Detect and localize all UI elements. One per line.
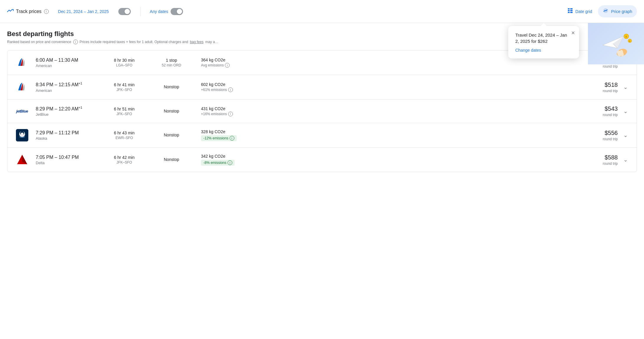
emissions-info-icon[interactable]: i bbox=[230, 136, 234, 141]
emissions-info-icon[interactable]: i bbox=[228, 87, 233, 92]
duration-col: 6 hr 42 min JFK–SFO bbox=[101, 155, 148, 164]
flight-times: 7:05 PM – 10:47 PM Delta bbox=[36, 155, 101, 165]
date-grid-button[interactable]: Date grid bbox=[563, 5, 597, 17]
svg-text:$: $ bbox=[625, 35, 627, 38]
emissions-info-icon[interactable]: i bbox=[228, 112, 233, 116]
price-label: round trip bbox=[579, 89, 618, 93]
flight-times: 7:29 PM – 11:12 PM Alaska bbox=[36, 130, 101, 141]
flight-row[interactable]: jetBlue 8:29 PM – 12:20 AM+1 JetBlue 6 h… bbox=[7, 100, 637, 123]
duration-col: 6 hr 43 min EWR–SFO bbox=[101, 131, 148, 140]
stops-text: Nonstop bbox=[148, 109, 195, 113]
svg-rect-4 bbox=[568, 12, 570, 13]
emissions-col: 431 kg CO2e +16% emissions i bbox=[195, 106, 579, 116]
emissions-text: 342 kg CO2e bbox=[201, 154, 579, 159]
time-range: 7:05 PM – 10:47 PM bbox=[36, 155, 101, 160]
emissions-text: 602 kg CO2e bbox=[201, 82, 579, 87]
flight-times: 6:00 AM – 11:30 AM American bbox=[36, 58, 101, 68]
stops-text: Nonstop bbox=[148, 84, 195, 89]
stops-text: Nonstop bbox=[148, 157, 195, 162]
emissions-info-icon[interactable]: i bbox=[225, 63, 230, 68]
emissions-label: +61% emissions i bbox=[201, 87, 579, 92]
tooltip-title: Travel Dec 24, 2024 – Jan 2, 2025 for $2… bbox=[515, 32, 572, 44]
expand-col[interactable]: ⌄ bbox=[620, 108, 631, 115]
price-text: $588 bbox=[579, 154, 618, 161]
svg-point-22 bbox=[21, 133, 24, 136]
stops-text: 1 stop bbox=[148, 58, 195, 63]
route-text: JFK–SFO bbox=[101, 112, 148, 116]
airline-logo bbox=[13, 154, 31, 166]
illustration: $ $ bbox=[588, 23, 644, 64]
airline-name: American bbox=[36, 88, 101, 93]
airline-name: Alaska bbox=[36, 136, 101, 141]
stops-col: Nonstop bbox=[148, 109, 195, 114]
svg-rect-2 bbox=[568, 10, 570, 11]
svg-rect-5 bbox=[570, 12, 573, 13]
flight-row[interactable]: 7:05 PM – 10:47 PM Delta 6 hr 42 min JFK… bbox=[7, 148, 637, 172]
price-col: $556 round trip bbox=[579, 130, 620, 141]
flight-row[interactable]: 8:34 PM – 12:15 AM+1 American 6 hr 41 mi… bbox=[7, 75, 637, 100]
price-label: round trip bbox=[579, 137, 618, 141]
emissions-info-icon[interactable]: i bbox=[228, 160, 232, 165]
duration-text: 8 hr 30 min bbox=[101, 58, 148, 63]
route-text: EWR–SFO bbox=[101, 136, 148, 140]
airline-logo bbox=[13, 56, 31, 69]
emissions-label: +16% emissions i bbox=[201, 112, 579, 116]
chevron-down-icon: ⌄ bbox=[623, 132, 628, 138]
price-text: $543 bbox=[579, 105, 618, 112]
price-col: $543 round trip bbox=[579, 105, 620, 117]
track-prices-info-icon[interactable]: i bbox=[44, 9, 49, 14]
price-graph-icon bbox=[603, 8, 609, 15]
time-range: 8:29 PM – 12:20 AM+1 bbox=[36, 106, 101, 112]
flights-table: 6:00 AM – 11:30 AM American 8 hr 30 min … bbox=[7, 50, 637, 172]
emissions-label: Avg emissions i bbox=[201, 63, 579, 68]
airline-name: JetBlue bbox=[36, 112, 101, 117]
change-dates-link[interactable]: Change dates bbox=[515, 48, 541, 53]
route-text: JFK–SFO bbox=[101, 160, 148, 164]
price-graph-button[interactable]: Price graph bbox=[598, 5, 637, 17]
any-dates-section: Any dates bbox=[150, 8, 183, 15]
stops-col: 1 stop 52 min ORD bbox=[148, 58, 195, 67]
expand-col[interactable]: ⌄ bbox=[620, 157, 631, 163]
subtitle-info-icon[interactable]: i bbox=[73, 40, 78, 44]
trending-up-icon bbox=[7, 8, 14, 14]
price-label: round trip bbox=[579, 64, 618, 69]
duration-text: 6 hr 51 min bbox=[101, 107, 148, 111]
emissions-col: 328 kg CO2e -12% emissions i bbox=[195, 129, 579, 141]
flight-row[interactable]: 7:29 PM – 11:12 PM Alaska 6 hr 43 min EW… bbox=[7, 123, 637, 148]
bag-fees-link[interactable]: bag fees bbox=[190, 40, 203, 44]
date-grid-label: Date grid bbox=[576, 9, 592, 14]
divider bbox=[140, 7, 140, 16]
date-range-link[interactable]: Dec 21, 2024 – Jan 2, 2025 bbox=[58, 9, 109, 14]
chevron-down-icon: ⌄ bbox=[623, 157, 628, 163]
stops-col: Nonstop bbox=[148, 133, 195, 138]
date-grid-icon bbox=[567, 8, 573, 15]
price-col: $588 round trip bbox=[579, 154, 620, 166]
duration-col: 8 hr 30 min LGA–SFO bbox=[101, 58, 148, 67]
airline-name: Delta bbox=[36, 161, 101, 165]
emissions-badge: -8% emissions i bbox=[201, 160, 235, 166]
emissions-text: 328 kg CO2e bbox=[201, 129, 579, 134]
emissions-col: 342 kg CO2e -8% emissions i bbox=[195, 154, 579, 166]
any-dates-toggle[interactable] bbox=[171, 8, 183, 15]
duration-text: 6 hr 41 min bbox=[101, 82, 148, 87]
airline-name: American bbox=[36, 63, 101, 68]
emissions-text: 431 kg CO2e bbox=[201, 106, 579, 111]
track-prices-toggle[interactable] bbox=[118, 8, 131, 15]
svg-text:$: $ bbox=[629, 40, 630, 43]
top-bar: Track prices i Dec 21, 2024 – Jan 2, 202… bbox=[0, 0, 644, 23]
price-label: round trip bbox=[579, 162, 618, 166]
time-range: 8:34 PM – 12:15 AM+1 bbox=[36, 82, 101, 87]
airline-logo bbox=[13, 129, 31, 141]
price-col: $518 round trip bbox=[579, 82, 620, 93]
tooltip-close-button[interactable]: ✕ bbox=[570, 29, 576, 37]
expand-col[interactable]: ⌄ bbox=[620, 84, 631, 90]
emissions-badge: -12% emissions i bbox=[201, 135, 237, 141]
svg-rect-1 bbox=[570, 8, 573, 9]
duration-col: 6 hr 51 min JFK–SFO bbox=[101, 107, 148, 116]
stops-text: Nonstop bbox=[148, 133, 195, 137]
route-text: LGA–SFO bbox=[101, 63, 148, 67]
expand-col[interactable]: ⌄ bbox=[620, 132, 631, 138]
any-dates-label[interactable]: Any dates bbox=[150, 9, 168, 14]
stops-col: Nonstop bbox=[148, 84, 195, 90]
price-text: $556 bbox=[579, 130, 618, 136]
